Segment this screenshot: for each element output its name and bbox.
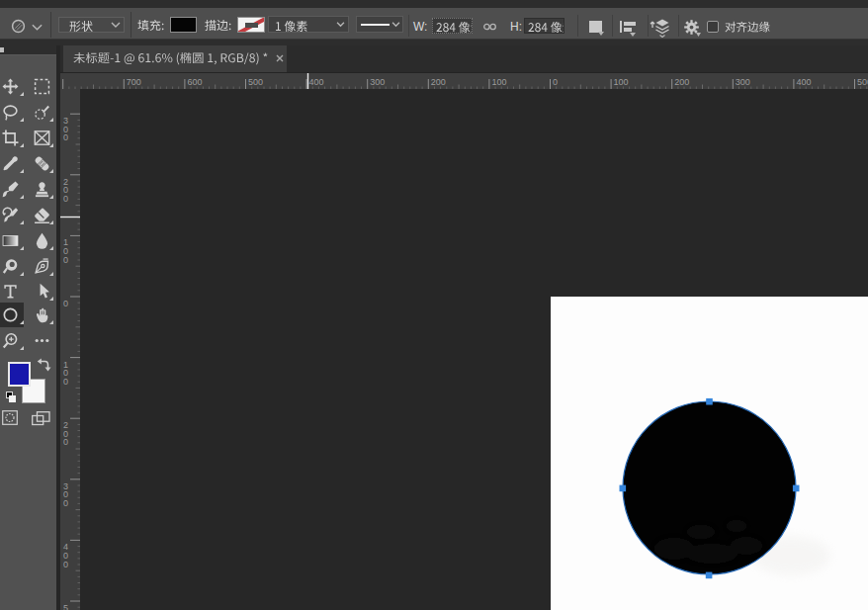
svg-text:0: 0 [63, 132, 68, 142]
svg-text:0: 0 [63, 194, 68, 204]
svg-text:400: 400 [308, 77, 323, 87]
svg-text:5: 5 [63, 603, 68, 610]
svg-text:0: 0 [553, 77, 558, 87]
svg-text:100: 100 [613, 77, 628, 87]
svg-text:0: 0 [63, 255, 68, 265]
svg-text:600: 600 [187, 77, 202, 87]
svg-text:400: 400 [796, 77, 811, 87]
svg-text:200: 200 [674, 77, 689, 87]
svg-text:200: 200 [430, 77, 445, 87]
svg-text:500: 500 [248, 77, 263, 87]
svg-text:500: 500 [857, 77, 868, 87]
svg-text:300: 300 [735, 77, 749, 87]
svg-text:0: 0 [63, 299, 68, 308]
svg-text:100: 100 [491, 77, 506, 87]
svg-text:700: 700 [126, 77, 140, 87]
svg-text:0: 0 [63, 377, 68, 387]
svg-text:300: 300 [370, 77, 385, 87]
svg-text:0: 0 [63, 437, 68, 447]
svg-text:0: 0 [63, 560, 68, 569]
svg-text:0: 0 [63, 498, 68, 508]
